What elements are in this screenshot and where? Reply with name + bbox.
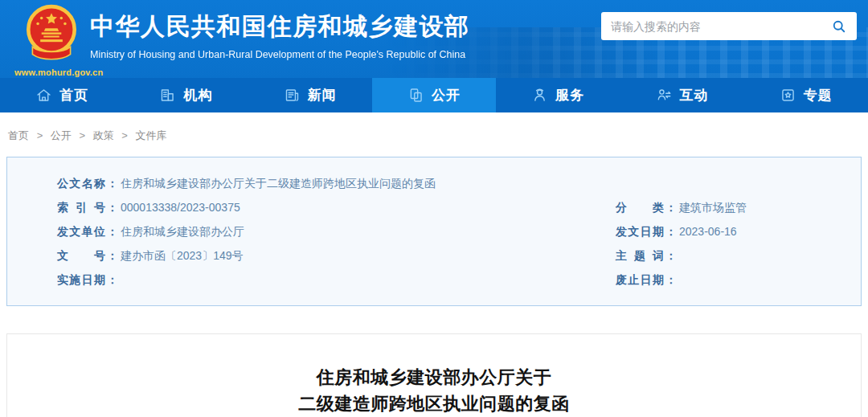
national-emblem-icon (23, 4, 80, 68)
field-colon: ： (107, 177, 118, 191)
organization-icon (159, 87, 176, 104)
nav-item-label: 新闻 (308, 86, 337, 104)
field-doc-number: 文号 ： 建办市函〔2023〕149号 (57, 249, 616, 264)
field-value: 000013338/2023-00375 (121, 201, 240, 215)
home-icon (35, 87, 52, 104)
field-label: 分类 (616, 201, 664, 215)
main-nav: 首页 机构 新闻 公开 服务 互动 (0, 78, 868, 112)
breadcrumb-separator: > (37, 129, 43, 141)
field-label: 主题词 (616, 249, 664, 264)
field-label: 文号 (57, 249, 105, 264)
field-category: 分类 ： 建筑市场监管 (616, 201, 861, 215)
info-row: 文号 ： 建办市函〔2023〕149号 主题词 ： (57, 244, 861, 268)
site-url: www.mohurd.gov.cn (14, 67, 88, 77)
site-title-cn: 中华人民共和国住房和城乡建设部 (90, 10, 470, 43)
field-issue-date: 发文日期 ： 2023-06-16 (616, 225, 861, 239)
field-value: 2023-06-16 (679, 225, 737, 239)
interaction-icon (656, 87, 673, 104)
nav-item-special-topic[interactable]: 专题 (744, 78, 868, 112)
field-issuing-unit: 发文单位 ： 住房和城乡建设部办公厅 (57, 225, 616, 239)
field-index-number: 索引号 ： 000013338/2023-00375 (57, 201, 616, 215)
field-colon: ： (665, 273, 677, 288)
site-title-en: Ministry of Housing and Urban-Rural Deve… (90, 49, 470, 60)
info-row: 发文单位 ： 住房和城乡建设部办公厅 发文日期 ： 2023-06-16 (57, 220, 861, 244)
field-colon: ： (107, 225, 118, 239)
breadcrumb: 首页 > 公开 > 政策 > 文件库 (0, 112, 868, 157)
field-label: 发文单位 (57, 225, 105, 239)
field-value: 住房和城乡建设部办公厅 (121, 225, 244, 239)
service-icon (531, 87, 548, 104)
breadcrumb-home[interactable]: 首页 (8, 129, 29, 141)
site-header: www.mohurd.gov.cn 中华人民共和国住房和城乡建设部 Minist… (0, 0, 868, 78)
nav-item-label: 机构 (183, 86, 212, 104)
field-doc-name: 公文名称 ： 住房和城乡建设部办公厅关于二级建造师跨地区执业问题的复函 (57, 177, 861, 191)
field-colon: ： (665, 201, 677, 215)
field-colon: ： (107, 201, 118, 215)
breadcrumb-separator: > (121, 129, 128, 141)
nav-item-organization[interactable]: 机构 (124, 78, 248, 112)
info-row: 索引号 ： 000013338/2023-00375 分类 ： 建筑市场监管 (57, 196, 861, 220)
site-title-block[interactable]: 中华人民共和国住房和城乡建设部 Ministry of Housing and … (90, 10, 470, 60)
breadcrumb-disclosure[interactable]: 公开 (51, 129, 72, 141)
nav-item-label: 专题 (804, 86, 833, 104)
field-value: 建筑市场监管 (679, 201, 747, 215)
field-subject-words: 主题词 ： (616, 249, 861, 264)
nav-item-news[interactable]: 新闻 (248, 78, 372, 112)
nav-item-service[interactable]: 服务 (496, 78, 620, 112)
field-value: 建办市函〔2023〕149号 (121, 249, 244, 264)
info-row: 公文名称 ： 住房和城乡建设部办公厅关于二级建造师跨地区执业问题的复函 (57, 172, 861, 196)
info-row: 实施日期 ： 废止日期 ： (57, 268, 861, 292)
document-title-line2: 二级建造师跨地区执业问题的复函 (7, 390, 861, 417)
field-value: 住房和城乡建设部办公厅关于二级建造师跨地区执业问题的复函 (121, 177, 436, 191)
nav-item-label: 首页 (59, 86, 88, 104)
search-box (601, 12, 857, 40)
news-icon (284, 87, 301, 104)
search-icon (831, 18, 847, 35)
field-label: 索引号 (57, 201, 105, 215)
field-label: 废止日期 (616, 273, 664, 288)
breadcrumb-policy[interactable]: 政策 (93, 129, 114, 141)
site-logo[interactable]: www.mohurd.gov.cn (14, 4, 88, 77)
field-colon: ： (107, 249, 118, 264)
field-label: 公文名称 (57, 177, 105, 191)
document-title: 住房和城乡建设部办公厅关于 二级建造师跨地区执业问题的复函 (7, 364, 861, 417)
breadcrumb-separator: > (79, 129, 85, 141)
nav-item-disclosure[interactable]: 公开 (372, 78, 496, 112)
field-colon: ： (665, 249, 677, 264)
disclosure-icon (407, 87, 424, 104)
document-title-line1: 住房和城乡建设部办公厅关于 (7, 364, 861, 390)
document-info-box: 公文名称 ： 住房和城乡建设部办公厅关于二级建造师跨地区执业问题的复函 索引号 … (6, 157, 862, 306)
nav-item-home[interactable]: 首页 (0, 78, 124, 112)
nav-item-interaction[interactable]: 互动 (620, 78, 743, 112)
breadcrumb-library[interactable]: 文件库 (136, 129, 167, 141)
nav-item-label: 服务 (555, 86, 584, 104)
search-input[interactable] (601, 20, 821, 33)
special-topic-icon (780, 87, 796, 104)
field-abolition-date: 废止日期 ： (616, 273, 861, 288)
nav-item-label: 公开 (432, 86, 461, 104)
field-colon: ： (665, 225, 677, 239)
document-content-card: 住房和城乡建设部办公厅关于 二级建造师跨地区执业问题的复函 (6, 333, 862, 417)
nav-item-label: 互动 (680, 86, 709, 104)
field-label: 发文日期 (616, 225, 664, 239)
field-label: 实施日期 (57, 273, 105, 288)
search-button[interactable] (821, 12, 857, 40)
field-colon: ： (107, 273, 118, 288)
field-implementation-date: 实施日期 ： (57, 273, 616, 288)
